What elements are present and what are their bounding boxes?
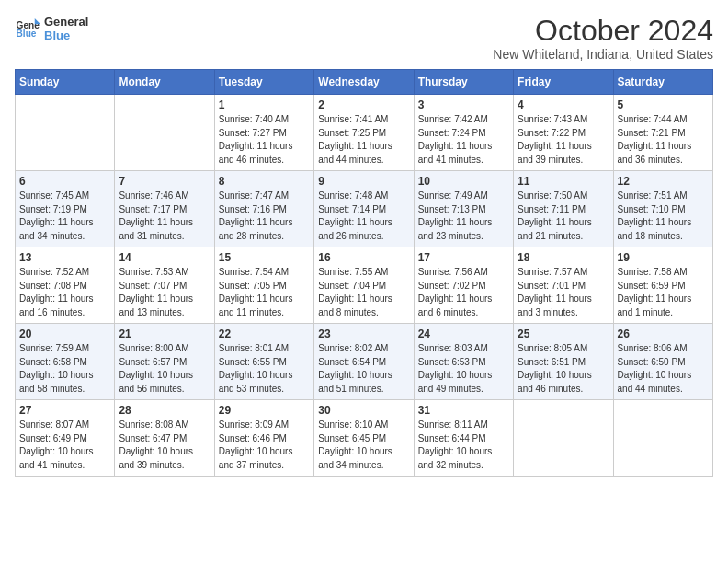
calendar-cell: 16Sunrise: 7:55 AM Sunset: 7:04 PM Dayli… bbox=[314, 247, 414, 324]
day-info: Sunrise: 7:48 AM Sunset: 7:14 PM Dayligh… bbox=[318, 190, 409, 243]
day-info: Sunrise: 8:08 AM Sunset: 6:47 PM Dayligh… bbox=[119, 419, 210, 472]
day-number: 16 bbox=[318, 251, 409, 264]
calendar-cell: 26Sunrise: 8:06 AM Sunset: 6:50 PM Dayli… bbox=[613, 324, 712, 400]
header-cell-wednesday: Wednesday bbox=[314, 70, 414, 95]
day-number: 31 bbox=[418, 404, 509, 417]
day-info: Sunrise: 7:50 AM Sunset: 7:11 PM Dayligh… bbox=[518, 190, 609, 243]
calendar-cell: 25Sunrise: 8:05 AM Sunset: 6:51 PM Dayli… bbox=[514, 324, 613, 400]
calendar-cell: 14Sunrise: 7:53 AM Sunset: 7:07 PM Dayli… bbox=[115, 247, 214, 324]
day-info: Sunrise: 7:51 AM Sunset: 7:10 PM Dayligh… bbox=[618, 190, 709, 243]
day-number: 17 bbox=[418, 251, 509, 264]
week-row-4: 20Sunrise: 7:59 AM Sunset: 6:58 PM Dayli… bbox=[16, 324, 713, 400]
calendar-cell: 19Sunrise: 7:58 AM Sunset: 6:59 PM Dayli… bbox=[613, 247, 712, 324]
day-info: Sunrise: 8:07 AM Sunset: 6:49 PM Dayligh… bbox=[19, 419, 110, 472]
logo-text-line2: Blue bbox=[44, 29, 88, 42]
calendar-cell: 31Sunrise: 8:11 AM Sunset: 6:44 PM Dayli… bbox=[414, 400, 513, 477]
calendar-cell: 10Sunrise: 7:49 AM Sunset: 7:13 PM Dayli… bbox=[414, 171, 513, 247]
calendar-cell: 8Sunrise: 7:47 AM Sunset: 7:16 PM Daylig… bbox=[214, 171, 313, 247]
logo-text-line1: General bbox=[44, 15, 88, 29]
day-number: 7 bbox=[119, 175, 210, 188]
day-number: 27 bbox=[19, 404, 110, 417]
header-cell-monday: Monday bbox=[115, 70, 214, 95]
day-info: Sunrise: 7:47 AM Sunset: 7:16 PM Dayligh… bbox=[219, 190, 310, 243]
page-header: General Blue General Blue October 2024 N… bbox=[15, 15, 713, 62]
day-info: Sunrise: 7:40 AM Sunset: 7:27 PM Dayligh… bbox=[219, 113, 310, 167]
day-info: Sunrise: 7:52 AM Sunset: 7:08 PM Dayligh… bbox=[19, 266, 110, 319]
month-title: October 2024 bbox=[493, 15, 713, 47]
calendar-cell: 18Sunrise: 7:57 AM Sunset: 7:01 PM Dayli… bbox=[514, 247, 613, 324]
calendar-cell: 27Sunrise: 8:07 AM Sunset: 6:49 PM Dayli… bbox=[16, 400, 115, 477]
day-number: 13 bbox=[19, 251, 110, 264]
day-info: Sunrise: 8:10 AM Sunset: 6:45 PM Dayligh… bbox=[318, 419, 409, 472]
calendar-cell: 9Sunrise: 7:48 AM Sunset: 7:14 PM Daylig… bbox=[314, 171, 414, 247]
calendar-cell bbox=[115, 95, 214, 171]
svg-text:Blue: Blue bbox=[17, 29, 37, 39]
day-info: Sunrise: 7:55 AM Sunset: 7:04 PM Dayligh… bbox=[318, 266, 409, 319]
calendar-cell: 12Sunrise: 7:51 AM Sunset: 7:10 PM Dayli… bbox=[613, 171, 712, 247]
day-info: Sunrise: 7:45 AM Sunset: 7:19 PM Dayligh… bbox=[19, 190, 110, 243]
calendar-cell: 28Sunrise: 8:08 AM Sunset: 6:47 PM Dayli… bbox=[115, 400, 214, 477]
calendar-cell: 15Sunrise: 7:54 AM Sunset: 7:05 PM Dayli… bbox=[214, 247, 313, 324]
day-number: 8 bbox=[219, 175, 310, 188]
header-cell-saturday: Saturday bbox=[613, 70, 712, 95]
day-info: Sunrise: 7:43 AM Sunset: 7:22 PM Dayligh… bbox=[518, 113, 609, 167]
day-info: Sunrise: 7:56 AM Sunset: 7:02 PM Dayligh… bbox=[418, 266, 509, 319]
calendar-cell: 20Sunrise: 7:59 AM Sunset: 6:58 PM Dayli… bbox=[16, 324, 115, 400]
week-row-3: 13Sunrise: 7:52 AM Sunset: 7:08 PM Dayli… bbox=[16, 247, 713, 324]
day-number: 26 bbox=[618, 327, 709, 340]
day-info: Sunrise: 7:46 AM Sunset: 7:17 PM Dayligh… bbox=[119, 190, 210, 243]
calendar-table: SundayMondayTuesdayWednesdayThursdayFrid… bbox=[15, 69, 713, 477]
day-number: 6 bbox=[19, 175, 110, 188]
day-number: 18 bbox=[518, 251, 609, 264]
day-number: 14 bbox=[119, 251, 210, 264]
day-number: 20 bbox=[19, 327, 110, 340]
week-row-1: 1Sunrise: 7:40 AM Sunset: 7:27 PM Daylig… bbox=[16, 95, 713, 171]
calendar-cell: 7Sunrise: 7:46 AM Sunset: 7:17 PM Daylig… bbox=[115, 171, 214, 247]
day-info: Sunrise: 7:49 AM Sunset: 7:13 PM Dayligh… bbox=[418, 190, 509, 243]
day-info: Sunrise: 7:58 AM Sunset: 6:59 PM Dayligh… bbox=[618, 266, 709, 319]
calendar-cell: 30Sunrise: 8:10 AM Sunset: 6:45 PM Dayli… bbox=[314, 400, 414, 477]
calendar-cell: 24Sunrise: 8:03 AM Sunset: 6:53 PM Dayli… bbox=[414, 324, 513, 400]
calendar-cell: 29Sunrise: 8:09 AM Sunset: 6:46 PM Dayli… bbox=[214, 400, 313, 477]
week-row-5: 27Sunrise: 8:07 AM Sunset: 6:49 PM Dayli… bbox=[16, 400, 713, 477]
calendar-cell: 17Sunrise: 7:56 AM Sunset: 7:02 PM Dayli… bbox=[414, 247, 513, 324]
day-info: Sunrise: 7:44 AM Sunset: 7:21 PM Dayligh… bbox=[618, 113, 709, 167]
day-number: 25 bbox=[518, 327, 609, 340]
day-info: Sunrise: 7:42 AM Sunset: 7:24 PM Dayligh… bbox=[418, 113, 509, 167]
calendar-cell: 2Sunrise: 7:41 AM Sunset: 7:25 PM Daylig… bbox=[314, 95, 414, 171]
day-info: Sunrise: 8:05 AM Sunset: 6:51 PM Dayligh… bbox=[518, 342, 609, 396]
calendar-cell: 23Sunrise: 8:02 AM Sunset: 6:54 PM Dayli… bbox=[314, 324, 414, 400]
day-number: 2 bbox=[318, 98, 409, 111]
day-number: 11 bbox=[518, 175, 609, 188]
day-number: 9 bbox=[318, 175, 409, 188]
day-number: 4 bbox=[518, 98, 609, 111]
day-number: 1 bbox=[219, 98, 310, 111]
day-number: 3 bbox=[418, 98, 509, 111]
day-info: Sunrise: 7:53 AM Sunset: 7:07 PM Dayligh… bbox=[119, 266, 210, 319]
day-number: 30 bbox=[318, 404, 409, 417]
day-number: 5 bbox=[618, 98, 709, 111]
day-info: Sunrise: 8:03 AM Sunset: 6:53 PM Dayligh… bbox=[418, 342, 509, 396]
day-number: 29 bbox=[219, 404, 310, 417]
day-info: Sunrise: 7:57 AM Sunset: 7:01 PM Dayligh… bbox=[518, 266, 609, 319]
header-cell-thursday: Thursday bbox=[414, 70, 513, 95]
week-row-2: 6Sunrise: 7:45 AM Sunset: 7:19 PM Daylig… bbox=[16, 171, 713, 247]
header-cell-sunday: Sunday bbox=[16, 70, 115, 95]
calendar-cell bbox=[613, 400, 712, 477]
calendar-cell: 3Sunrise: 7:42 AM Sunset: 7:24 PM Daylig… bbox=[414, 95, 513, 171]
day-info: Sunrise: 8:02 AM Sunset: 6:54 PM Dayligh… bbox=[318, 342, 409, 396]
day-number: 19 bbox=[618, 251, 709, 264]
calendar-cell bbox=[16, 95, 115, 171]
logo: General Blue General Blue bbox=[15, 15, 88, 42]
calendar-cell: 4Sunrise: 7:43 AM Sunset: 7:22 PM Daylig… bbox=[514, 95, 613, 171]
day-info: Sunrise: 7:41 AM Sunset: 7:25 PM Dayligh… bbox=[318, 113, 409, 167]
day-number: 22 bbox=[219, 327, 310, 340]
calendar-cell: 22Sunrise: 8:01 AM Sunset: 6:55 PM Dayli… bbox=[214, 324, 313, 400]
day-info: Sunrise: 7:54 AM Sunset: 7:05 PM Dayligh… bbox=[219, 266, 310, 319]
day-number: 15 bbox=[219, 251, 310, 264]
day-number: 28 bbox=[119, 404, 210, 417]
header-cell-friday: Friday bbox=[514, 70, 613, 95]
day-info: Sunrise: 8:06 AM Sunset: 6:50 PM Dayligh… bbox=[618, 342, 709, 396]
day-number: 10 bbox=[418, 175, 509, 188]
calendar-cell: 5Sunrise: 7:44 AM Sunset: 7:21 PM Daylig… bbox=[613, 95, 712, 171]
